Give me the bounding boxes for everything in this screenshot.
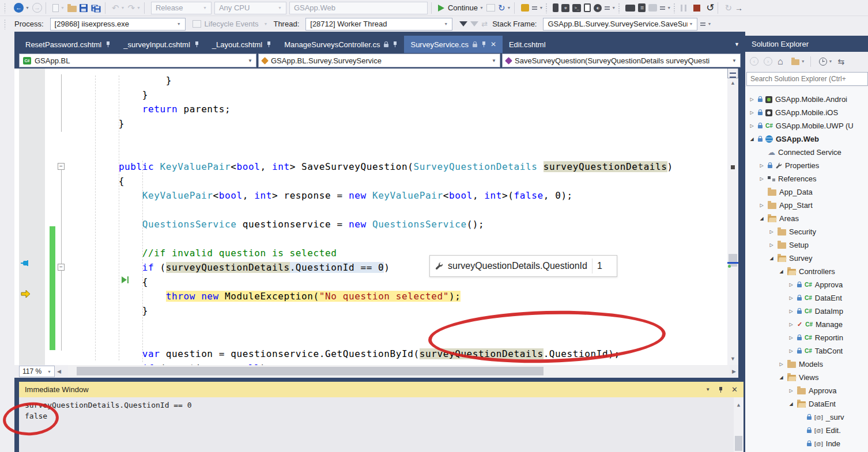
expander-icon[interactable]: ▷ <box>749 123 755 128</box>
expander-icon[interactable]: ▷ <box>758 203 765 208</box>
device-overflow-button[interactable]: ▼ <box>605 6 616 10</box>
startup-project-dropdown[interactable]: GSApp.Web <box>289 2 428 14</box>
new-file-button[interactable]: ▼ <box>52 4 65 12</box>
stop-button[interactable] <box>693 5 700 12</box>
expander-icon[interactable]: ▷ <box>749 110 755 115</box>
platform-dropdown[interactable]: Any CPU▼ <box>214 2 286 14</box>
filter-disabled-button[interactable] <box>470 21 478 26</box>
expander-icon[interactable]: ◢ <box>758 216 765 221</box>
toolbar-grip[interactable] <box>3 19 6 29</box>
code-line[interactable]: if (question == null) <box>71 361 673 365</box>
tree-item[interactable]: ▷C#DataEnt <box>745 291 868 305</box>
code-line[interactable] <box>71 231 673 246</box>
tab-surveyinput[interactable]: _surveyInput.cshtml <box>117 36 206 53</box>
stack-frame-dropdown[interactable]: GSApp.BL.Survey.SurveyService.SaveSurve▼ <box>543 18 697 31</box>
scroll-down-icon[interactable]: ▼ <box>727 356 738 362</box>
profiler-button[interactable]: ◐ <box>594 4 602 12</box>
back-button[interactable]: ←▼ <box>14 3 29 13</box>
tree-item[interactable]: ▷Properties <box>745 159 868 172</box>
expander-icon[interactable]: ◢ <box>778 375 784 380</box>
expander-icon[interactable]: ▷ <box>788 322 794 327</box>
pin-icon[interactable] <box>105 41 111 48</box>
solution-explorer-search-input[interactable] <box>746 72 868 86</box>
tree-item[interactable]: ▷C#GSApp.Mobile.UWP (U <box>745 119 868 132</box>
toolbar-overflow-button[interactable]: ▼ <box>532 6 543 10</box>
flag-threads-button[interactable]: ⇄ <box>481 20 488 28</box>
tree-item[interactable]: ▷C#TabCont <box>745 344 868 358</box>
immediate-window-titlebar[interactable]: Immediate Window ▼ ✕ <box>19 382 744 397</box>
close-icon[interactable]: ✕ <box>490 40 496 48</box>
vertical-scrollbar[interactable]: ▲ ▼ <box>727 69 738 365</box>
tree-item[interactable]: [@]Edit. <box>745 424 868 437</box>
code-line[interactable] <box>71 203 673 217</box>
tab-list-dropdown[interactable]: ▼ <box>734 41 739 47</box>
deploy-phone-button[interactable] <box>553 3 558 12</box>
tree-item[interactable]: ◢Views <box>745 371 868 384</box>
filter-threads-button[interactable] <box>459 21 467 26</box>
zoom-level-dropdown[interactable]: 117 %▼ <box>19 366 55 377</box>
tree-item[interactable]: App_Data <box>745 185 868 199</box>
expander-icon[interactable]: ▷ <box>788 282 794 287</box>
datatip-value[interactable]: 1 <box>597 261 602 271</box>
expander-icon[interactable]: ▷ <box>788 309 794 314</box>
device-preview-button[interactable]: ☰ <box>638 3 646 12</box>
hot-reload-button[interactable]: ↻ <box>724 3 732 12</box>
tree-item[interactable]: ▷C#DataImp <box>745 305 868 318</box>
console-button[interactable]: >_ <box>572 4 581 12</box>
tree-item[interactable]: ◢Areas <box>745 212 868 225</box>
expander-icon[interactable]: ◢ <box>788 401 794 407</box>
scrollbar-thumb[interactable] <box>735 436 742 451</box>
scroll-left-icon[interactable]: ◀ <box>55 369 63 374</box>
sync-with-active-document-button[interactable]: ▼ <box>791 58 805 65</box>
back-icon[interactable]: ‹ <box>750 57 758 66</box>
expander-icon[interactable]: ▷ <box>788 295 794 301</box>
tree-item[interactable]: ▷Setup <box>745 238 868 252</box>
tree-item[interactable]: ◢GSApp.Web <box>745 132 868 146</box>
scroll-up-icon[interactable]: ▲ <box>727 80 738 86</box>
code-line[interactable]: QuestionsService questionservice = new Q… <box>71 217 673 231</box>
code-line[interactable]: } <box>71 116 673 131</box>
tree-item[interactable]: ▷Security <box>745 225 868 238</box>
code-line[interactable]: public KeyValuePair<bool, int> SaveSurve… <box>71 159 673 174</box>
debug-toolbar-overflow[interactable]: ▼ <box>700 22 711 26</box>
toolbar-grip[interactable] <box>3 3 6 13</box>
forward-button[interactable]: → <box>32 3 42 13</box>
tree-item[interactable]: ▷C#Approva <box>745 278 868 291</box>
datatip[interactable]: surveyQuestionDetails.QuestionId 1 <box>429 255 617 277</box>
monitor-preview-button[interactable] <box>625 5 635 12</box>
member-dropdown[interactable]: SaveSurveyQuestion(SurveyQuestionDetails… <box>502 54 741 67</box>
tab-surveyservice[interactable]: SurveyService.cs✕ <box>404 36 502 53</box>
expander-icon[interactable]: ▷ <box>758 176 765 181</box>
open-file-button[interactable] <box>67 4 77 12</box>
restart-button[interactable]: ↺ <box>706 2 714 14</box>
tree-item[interactable]: ▷Approva <box>745 384 868 397</box>
immediate-scrollbar[interactable]: ▲ <box>734 397 744 452</box>
code-line[interactable]: throw new ModuleException("No question s… <box>71 289 673 303</box>
tree-item[interactable]: ▷References <box>745 172 868 185</box>
expander-icon[interactable]: ◢ <box>749 136 755 142</box>
tree-item[interactable]: ☁Connected Service <box>745 146 868 159</box>
sync-icon[interactable]: ⇆ <box>838 57 845 66</box>
save-button[interactable] <box>80 4 88 12</box>
scroll-up-icon[interactable]: ▲ <box>734 400 744 411</box>
pause-button[interactable] <box>681 5 686 12</box>
tree-item[interactable]: ▷GSApp.Mobile.Androi <box>745 93 868 106</box>
expander-icon[interactable]: ◢ <box>768 256 775 261</box>
tree-item[interactable]: ▷GSApp.Mobile.iOS <box>745 106 868 119</box>
tree-item[interactable]: ▷C#Reportin <box>745 331 868 344</box>
horizontal-scrollbar[interactable] <box>68 365 730 378</box>
step-over-button[interactable]: → <box>735 3 743 13</box>
tree-item[interactable]: [@]Inde <box>745 437 868 450</box>
close-icon[interactable]: ✕ <box>731 385 738 394</box>
expander-icon[interactable]: ▷ <box>788 388 794 393</box>
android-emulator-button[interactable]: ⎊ <box>561 4 569 12</box>
tablet-button[interactable] <box>584 3 591 12</box>
expander-icon[interactable]: ◢ <box>778 269 784 274</box>
tab-resetpassword[interactable]: ResetPassword.cshtml <box>19 36 117 53</box>
tree-item[interactable]: ▷Models <box>745 358 868 371</box>
project-dropdown[interactable]: C# GSApp.BL▼ <box>19 54 256 67</box>
code-line[interactable]: { <box>71 174 673 188</box>
tab-layout[interactable]: _Layout.cshtml <box>206 36 278 53</box>
immediate-window-content[interactable]: surveyQuestionDetails.QuestionId == 0fal… <box>19 397 744 452</box>
tree-item[interactable]: ▷✓C#Manage <box>745 318 868 331</box>
